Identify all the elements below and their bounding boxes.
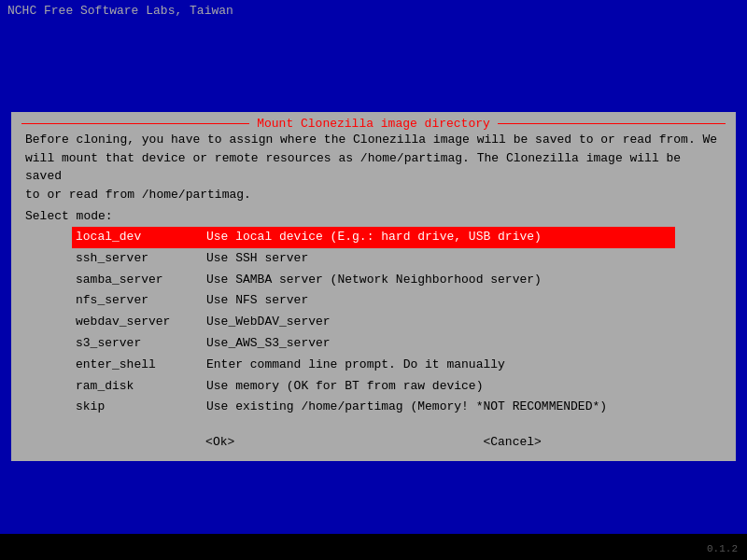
desc-line1: Before cloning, you have to assign where… (25, 133, 717, 147)
menu-item-skip[interactable]: skipUse existing /home/partimag (Memory!… (72, 397, 675, 418)
menu-item-value-webdav_server: Use_WebDAV_server (206, 313, 331, 332)
menu-item-key-samba_server: samba_server (76, 271, 206, 290)
menu-item-key-nfs_server: nfs_server (76, 291, 206, 311)
top-bar: NCHC Free Software Labs, Taiwan (0, 0, 747, 21)
top-bar-label: NCHC Free Software Labs, Taiwan (7, 4, 233, 18)
main-dialog: Mount Clonezilla image directory Before … (11, 112, 736, 461)
desc-line2: will mount that device or remote resourc… (25, 151, 681, 184)
cancel-button[interactable]: <Cancel> (475, 433, 548, 451)
menu-item-samba_server[interactable]: samba_serverUse SAMBA server (Network Ne… (72, 270, 675, 291)
select-mode-label: Select mode: (25, 209, 722, 223)
menu-item-local_dev[interactable]: local_devUse local device (E.g.: hard dr… (72, 227, 675, 248)
menu-item-enter_shell[interactable]: enter_shellEnter command line prompt. Do… (72, 355, 675, 376)
menu-item-webdav_server[interactable]: webdav_serverUse_WebDAV_server (72, 312, 675, 333)
dialog-title-wrapper: Mount Clonezilla image directory (12, 117, 735, 131)
menu-item-key-webdav_server: webdav_server (76, 313, 206, 332)
menu-item-value-skip: Use existing /home/partimag (Memory! *NO… (206, 398, 607, 417)
bottom-bar (0, 534, 747, 560)
dialog-title-line-left (21, 123, 249, 124)
menu-item-value-enter_shell: Enter command line prompt. Do it manuall… (206, 356, 505, 375)
desc-line3: to or read from /home/partimag. (25, 188, 251, 202)
menu-item-nfs_server[interactable]: nfs_serverUse NFS server (72, 290, 675, 312)
description-text: Before cloning, you have to assign where… (25, 131, 722, 203)
dialog-content: Before cloning, you have to assign where… (12, 131, 735, 460)
dialog-title-line-right (498, 123, 726, 124)
menu-item-key-skip: skip (76, 398, 206, 417)
version-info: 0.1.2 (707, 543, 738, 554)
menu-item-value-local_dev: Use local device (E.g.: hard drive, USB … (206, 228, 542, 247)
menu-list: local_devUse local device (E.g.: hard dr… (72, 227, 675, 418)
dialog-title: Mount Clonezilla image directory (249, 117, 498, 131)
menu-item-value-samba_server: Use SAMBA server (Network Neighborhood s… (206, 271, 542, 290)
menu-item-value-s3_server: Use_AWS_S3_server (206, 334, 331, 354)
menu-item-value-nfs_server: Use NFS server (206, 291, 308, 311)
menu-item-key-s3_server: s3_server (76, 334, 206, 354)
menu-item-value-ram_disk: Use memory (OK for BT from raw device) (206, 377, 483, 397)
menu-item-value-ssh_server: Use SSH server (206, 249, 308, 269)
menu-item-key-local_dev: local_dev (76, 228, 206, 247)
ok-button[interactable]: <Ok> (198, 433, 242, 451)
menu-item-s3_server[interactable]: s3_serverUse_AWS_S3_server (72, 333, 675, 355)
menu-item-ram_disk[interactable]: ram_diskUse memory (OK for BT from raw d… (72, 376, 675, 398)
menu-item-key-enter_shell: enter_shell (76, 356, 206, 375)
buttons-row: <Ok> <Cancel> (25, 433, 722, 451)
menu-item-key-ram_disk: ram_disk (76, 377, 206, 397)
menu-item-ssh_server[interactable]: ssh_serverUse SSH server (72, 248, 675, 270)
menu-item-key-ssh_server: ssh_server (76, 249, 206, 269)
